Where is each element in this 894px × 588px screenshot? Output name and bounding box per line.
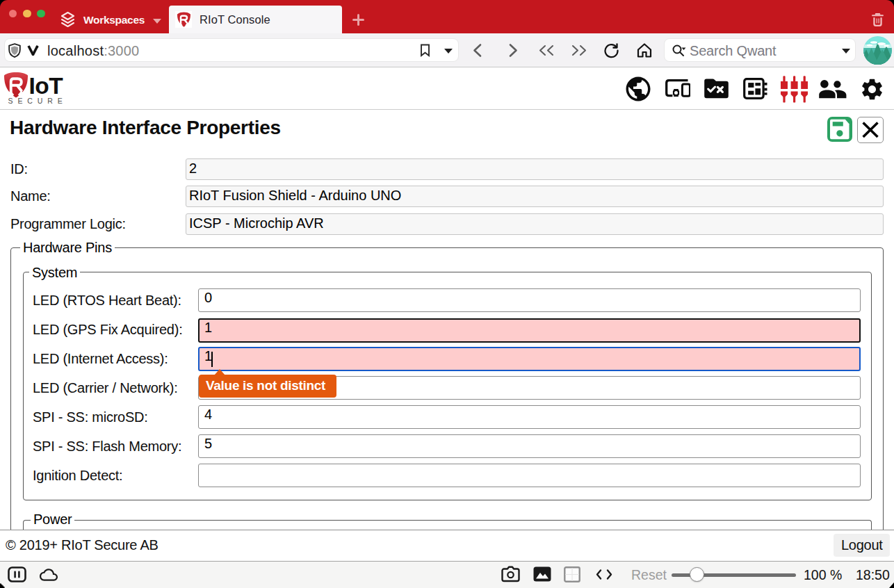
svg-text:SECURE: SECURE (8, 97, 67, 104)
svg-text:IoT: IoT (29, 73, 64, 99)
